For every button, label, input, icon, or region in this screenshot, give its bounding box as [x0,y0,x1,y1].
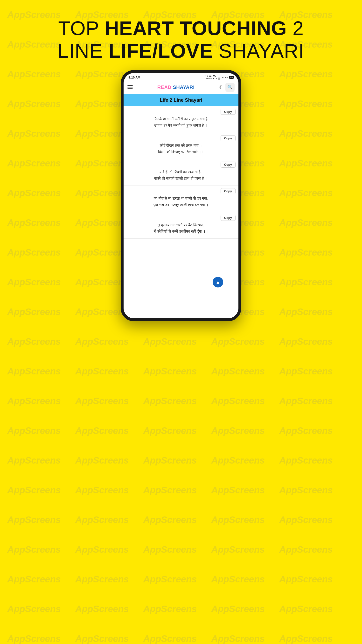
dark-mode-icon[interactable]: ☾ [219,84,224,90]
shayari-item: Copyजो मौत से ना डरता था बच्चों से डर गय… [124,186,238,212]
scroll-top-button[interactable]: ▲ [213,277,223,288]
copy-button-1[interactable]: Copy [221,109,236,115]
shayari-line2-3: बाकी तो सबको खाली हाथ ही जाना है । [154,176,208,180]
battery-icon: 99 [229,76,234,79]
shayari-text-2: कोई दीदार तक को तरस गया ।किसी को दिखाए ग… [127,142,235,155]
title-line: LINE [58,40,108,62]
shayari-list: Copyजिनके आंगन में अमीरी का सज़र लगता है… [124,106,238,318]
shayari-line2-4: एक रात जब मजदूर खाली हाथ घर गया । [153,203,209,207]
category-banner: Life 2 Line Shayari [124,94,238,106]
app-logo: READ SHAYARI [157,84,195,90]
app-header: READ SHAYARI ☾ 🔍 [124,81,238,94]
shayari-line1-1: जिनके आंगन में अमीरी का सज़र लगता है, [153,117,209,121]
status-icons: ((·)) VoLTE 4G VoLTE ||| 1.07 M/S 99 [205,75,234,80]
category-label: Life 2 Line Shayari [160,97,202,103]
shayari-line1-3: यादें ही तो जिंदगी का खजाना है.. [159,170,202,174]
shayari-item: Copyजिनके आंगन में अमीरी का सज़र लगता है… [124,106,238,133]
title-heart-touching: HEART TOUCHING [104,17,287,39]
signal-icon: ((·)) VoLTE 4G [205,75,212,80]
title-life-love: LIFE/LOVE [108,40,213,62]
speed-icon: 1.07 M/S [221,76,228,78]
scroll-top-icon: ▲ [216,280,220,285]
page-title: TOP HEART TOUCHING 2 LINE LIFE/LOVE SHAY… [5,17,357,62]
shayari-text-1: जिनके आंगन में अमीरी का सज़र लगता है,उनक… [127,116,235,129]
title-2: 2 [287,17,304,39]
shayari-line2-2: किसी को दिखाए गए तिल सारे ।। [158,150,204,154]
header-actions: ☾ 🔍 [219,82,235,92]
copy-button-5[interactable]: Copy [221,215,236,221]
copy-button-2[interactable]: Copy [221,135,236,141]
shayari-text-4: जो मौत से ना डरता था बच्चों से डर गया,एक… [127,196,235,208]
shayari-line1-4: जो मौत से ना डरता था बच्चों से डर गया, [154,196,208,200]
shayari-line1-2: कोई दीदार तक को तरस गया । [160,144,202,148]
search-button[interactable]: 🔍 [225,82,235,92]
phone-frame: 8:10 AM ((·)) VoLTE 4G VoLTE ||| 1.07 M/… [121,70,241,321]
status-time: 8:10 AM [128,76,140,79]
logo-read: READ [157,84,172,90]
logo-shayari: SHAYARI [173,84,195,90]
hamburger-line-2 [127,87,133,88]
shayari-line2-1: उनका हर ऐब जमाने को हुनर लगता है । [154,123,208,127]
title-shayari: SHAYARI [213,40,304,62]
page-title-area: TOP HEART TOUCHING 2 LINE LIFE/LOVE SHAY… [0,12,362,68]
search-icon: 🔍 [227,84,233,90]
status-bar: 8:10 AM ((·)) VoLTE 4G VoLTE ||| 1.07 M/… [124,73,238,81]
shayari-item: Copyतू प्रलय तक धरने पर बैठ किस्मत,मैं क… [124,212,238,239]
shayari-item: Copyकोई दीदार तक को तरस गया ।किसी को दिख… [124,133,238,160]
hamburger-menu-icon[interactable] [127,85,133,89]
copy-button-4[interactable]: Copy [221,188,236,194]
shayari-line2-5: मैं कोशिशों से कभी इस्तीफा नहीं दूंगा ।। [154,229,208,233]
title-top: TOP [58,17,104,39]
hamburger-line-1 [127,85,133,86]
shayari-item: Copyयादें ही तो जिंदगी का खजाना है..बाकी… [124,159,238,186]
lte-icon: VoLTE ||| [213,75,220,80]
shayari-text-5: तू प्रलय तक धरने पर बैठ किस्मत,मैं कोशिश… [127,222,235,235]
shayari-text-3: यादें ही तो जिंदगी का खजाना है..बाकी तो … [127,169,235,182]
shayari-line1-5: तू प्रलय तक धरने पर बैठ किस्मत, [158,223,204,227]
hamburger-line-3 [127,88,133,89]
copy-button-3[interactable]: Copy [221,162,236,168]
